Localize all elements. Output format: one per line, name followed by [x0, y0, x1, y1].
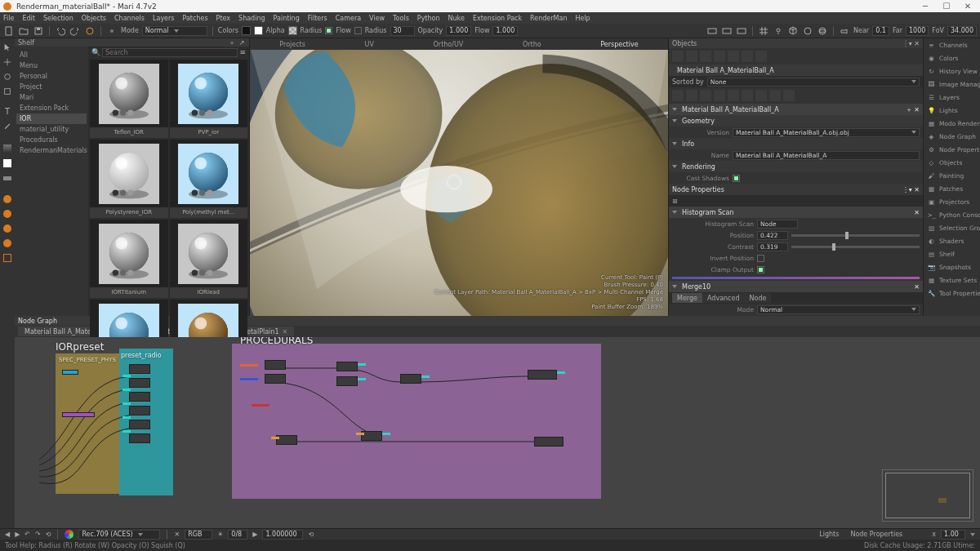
menu-bar[interactable]: FileEditSelectionObjectsChannelsLayersPa… — [0, 12, 980, 24]
ng-node[interactable] — [265, 374, 286, 384]
display3-icon[interactable] — [736, 25, 747, 37]
tab-close-icon[interactable]: ✕ — [282, 328, 287, 335]
right-tab-objects[interactable]: ◇Objects — [924, 156, 980, 169]
menu-camera[interactable]: Camera — [336, 15, 361, 22]
shelf-launch-icon[interactable]: ↗ — [238, 38, 246, 47]
light-icon[interactable] — [773, 25, 784, 37]
shelf-thumb[interactable]: Teflon_IOR — [90, 60, 168, 138]
bb-lights-label[interactable]: Lights — [819, 531, 839, 538]
menu-edit[interactable]: Edit — [22, 15, 35, 22]
shelf-thumb[interactable]: Polystyrene_IOR — [90, 140, 168, 218]
position-field[interactable]: 0.422 — [757, 231, 788, 240]
open-icon[interactable] — [18, 25, 29, 37]
rendering-header[interactable]: Rendering — [682, 163, 715, 171]
ng-node[interactable] — [129, 406, 150, 415]
ng-node[interactable] — [129, 433, 150, 443]
right-tab-lights[interactable]: 💡Lights — [924, 104, 980, 117]
right-tab-python-console[interactable]: >_Python Console — [924, 208, 980, 221]
right-tab-selection-groups[interactable]: ▥Selection Groups — [924, 221, 980, 234]
ng-backdrop-procedurals[interactable] — [232, 344, 601, 499]
menu-ptex[interactable]: Ptex — [216, 15, 230, 22]
shelf-thumb[interactable]: Poly(methyl met... — [170, 140, 248, 218]
obj-tool-7-icon[interactable] — [755, 51, 767, 62]
ng-node[interactable] — [62, 370, 78, 375]
color-b-icon[interactable] — [2, 158, 13, 169]
close-button[interactable]: ✕ — [959, 2, 977, 11]
right-tab-layers[interactable]: ☰Layers — [924, 91, 980, 104]
merge-tab-node[interactable]: Node — [745, 293, 772, 303]
tree-item-project[interactable]: Project — [16, 82, 87, 92]
display2-icon[interactable] — [721, 25, 733, 37]
shelf-menu-icon[interactable]: ≡ — [239, 48, 246, 56]
tree-item-material_utility[interactable]: material_utility — [16, 124, 87, 135]
obj-tool-1-icon[interactable] — [672, 51, 684, 62]
ng-node[interactable] — [528, 370, 557, 380]
right-tab-painting[interactable]: 🖌Painting — [924, 169, 980, 182]
object-header[interactable]: Material Ball A_MaterialBall_A — [682, 106, 779, 113]
geometry-version-select[interactable]: Material Ball A_MaterialBall_A.obj.obj — [733, 128, 920, 137]
flt-7-icon[interactable] — [755, 90, 767, 101]
clamp-checkbox[interactable] — [757, 266, 764, 273]
flt-5-icon[interactable] — [728, 90, 739, 101]
viewport-tab-projects[interactable]: Projects — [271, 41, 314, 48]
colorspace-select[interactable]: Rec.709 (ACES) — [78, 530, 160, 540]
geometry-header[interactable]: Geometry — [682, 118, 715, 125]
shelf-thumb[interactable]: IORTitanium — [90, 220, 168, 298]
flt-1-icon[interactable] — [672, 90, 684, 101]
grid-icon[interactable] — [758, 25, 769, 37]
bb-node-props-label[interactable]: Node Properties — [850, 531, 902, 538]
undo-icon[interactable] — [55, 25, 66, 37]
merge-tab-merge[interactable]: Merge — [672, 293, 702, 303]
frame-tool-icon[interactable] — [2, 252, 13, 264]
right-tab-projectors[interactable]: ▣Projectors — [924, 195, 980, 208]
shelf-thumb[interactable]: IORlead — [170, 220, 248, 298]
viewport-tabs[interactable]: ProjectsUVOrtho/UVOrthoPerspective — [250, 38, 668, 50]
ng-node[interactable] — [129, 364, 150, 374]
ng-node[interactable] — [62, 412, 95, 417]
bb-exposure-icon[interactable]: ☀ — [217, 531, 223, 538]
stop-field[interactable]: 0/8 — [228, 530, 247, 540]
new-icon[interactable] — [3, 25, 15, 37]
obj-tool-3-icon[interactable] — [700, 51, 711, 62]
tree-item-menu[interactable]: Menu — [16, 60, 87, 71]
alpha-swatch[interactable] — [288, 26, 297, 35]
ng-node[interactable] — [534, 437, 564, 447]
rotate-tool-icon[interactable] — [2, 71, 13, 82]
menu-objects[interactable]: Objects — [82, 15, 106, 22]
obj-tool-6-icon[interactable] — [742, 51, 753, 62]
viewport-tab-uv[interactable]: UV — [357, 41, 382, 48]
merge-mode-select[interactable]: Normal — [757, 305, 920, 314]
info-name-field[interactable]: Material Ball A_MaterialBall_A — [733, 151, 920, 160]
right-tab-history-view[interactable]: ↻History View — [924, 64, 980, 78]
minimize-button[interactable]: ─ — [916, 2, 934, 11]
fg-color-swatch[interactable] — [242, 26, 251, 35]
scale-tool-icon[interactable] — [2, 86, 13, 97]
brush-tool-icon[interactable] — [2, 120, 13, 131]
menu-view[interactable]: View — [369, 15, 385, 22]
cube-icon[interactable] — [787, 25, 799, 37]
swatch-3-icon[interactable] — [2, 223, 13, 234]
tree-item-extension-pack[interactable]: Extension Pack — [16, 103, 87, 113]
invert-checkbox[interactable] — [757, 255, 764, 262]
flt-2-icon[interactable] — [686, 90, 697, 101]
tree-item-procedurals[interactable]: Procedurals — [16, 135, 87, 145]
menu-tools[interactable]: Tools — [393, 15, 409, 22]
text-tool-icon[interactable]: T — [2, 105, 13, 117]
wireframe-icon[interactable] — [817, 25, 828, 37]
tree-item-personal[interactable]: Personal — [16, 71, 87, 82]
viewport-canvas[interactable]: Current Tool: Paint (P) Brush Pressure: … — [250, 50, 668, 316]
right-tab-tool-properties[interactable]: 🔧Tool Properties — [924, 287, 980, 300]
viewport-tab-perspective[interactable]: Perspective — [592, 41, 646, 48]
swatch-1-icon[interactable] — [2, 193, 13, 205]
menu-python[interactable]: Python — [417, 15, 440, 22]
ng-node[interactable] — [129, 420, 150, 429]
ng-node[interactable] — [129, 378, 150, 388]
viewport-tab-ortho-uv[interactable]: Ortho/UV — [425, 41, 472, 48]
flt-8-icon[interactable] — [769, 90, 781, 101]
dot-icon[interactable] — [106, 25, 118, 37]
menu-filters[interactable]: Filters — [308, 15, 327, 22]
flt-9-icon[interactable] — [783, 90, 795, 101]
far-field[interactable]: 1000 — [906, 26, 929, 36]
ng-node[interactable] — [129, 392, 150, 402]
gizmo-icon[interactable] — [84, 25, 96, 37]
